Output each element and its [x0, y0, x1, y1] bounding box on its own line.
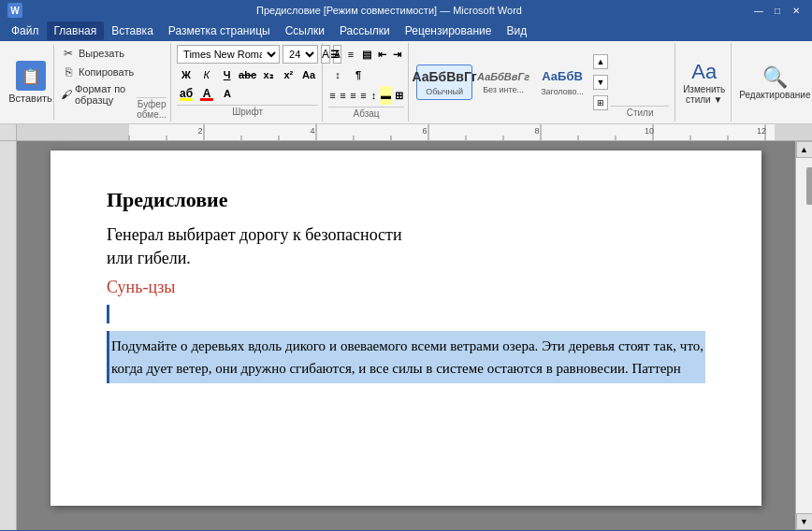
underline-button[interactable]: Ч: [218, 65, 237, 84]
styles-up-button[interactable]: ▲: [593, 54, 608, 69]
align-center-button[interactable]: ≡: [339, 86, 347, 105]
bullets-button[interactable]: ☰: [328, 45, 342, 64]
style-no-spacing[interactable]: АаБбВвГг Без инте...: [475, 66, 531, 98]
font-group-label: Шрифт: [177, 105, 318, 117]
svg-text:12: 12: [757, 126, 766, 136]
menu-insert[interactable]: Вставка: [104, 22, 161, 40]
copy-button[interactable]: ⎘ Копировать: [58, 64, 137, 80]
align-right-button[interactable]: ≡: [349, 86, 357, 105]
highlight-color-bar: [180, 98, 193, 101]
svg-text:6: 6: [422, 126, 427, 136]
menu-home[interactable]: Главная: [47, 22, 105, 40]
paste-label: Вставить: [8, 93, 52, 104]
svg-text:10: 10: [645, 126, 654, 136]
style-normal[interactable]: АаБбВвГг Обычный: [416, 65, 472, 101]
styles-down-button[interactable]: ▼: [593, 75, 608, 90]
minimize-button[interactable]: —: [750, 3, 767, 18]
clear-format-button[interactable]: Аа: [299, 65, 318, 84]
menu-layout[interactable]: Разметка страницы: [161, 22, 278, 40]
borders-button[interactable]: ⊞: [394, 86, 404, 105]
font-name-row: Times New Roman 24 A A: [177, 45, 318, 64]
justify-button[interactable]: ≡: [359, 86, 368, 105]
format-painter-button[interactable]: 🖌 Формат по образцу: [58, 82, 137, 107]
scissors-icon: ✂: [61, 46, 76, 61]
scroll-down-button[interactable]: ▼: [796, 513, 813, 530]
styles-expand-button[interactable]: ⊞: [593, 95, 608, 110]
font-group: Times New Roman 24 A A Ж К Ч abc x₂ x² А…: [173, 43, 323, 122]
ruler-scale: 2 4 6 8 10 12: [17, 124, 812, 140]
style-no-spacing-preview: АаБбВвГг: [477, 70, 529, 84]
styles-group-label: Стили: [611, 106, 669, 118]
highlight-button[interactable]: аб: [177, 84, 196, 103]
title-bar: W Предисловие [Режим совместимости] — Mi…: [0, 0, 812, 21]
change-styles-group[interactable]: Аа Изменитьстили ▼: [677, 43, 732, 122]
line-spacing-button[interactable]: ↕: [370, 86, 378, 105]
multilevel-list-button[interactable]: ▤: [359, 45, 373, 64]
ruler-corner: [0, 124, 17, 141]
font-color-bar: [200, 98, 213, 101]
increase-indent-button[interactable]: ⇥: [390, 45, 404, 64]
close-button[interactable]: ✕: [788, 3, 805, 18]
paragraph-group: ☰ ≡ ▤ ⇤ ⇥ ↕ ¶ ≡ ≡ ≡ ≡ ↕ ▬ ⊞ Абзац: [325, 43, 409, 122]
vertical-ruler: [0, 141, 17, 530]
italic-button[interactable]: К: [197, 65, 216, 84]
cut-button[interactable]: ✂ Вырезать: [58, 45, 137, 62]
copy-icon: ⎘: [61, 65, 76, 79]
style-heading1[interactable]: АаБбВ Заголово...: [534, 65, 590, 99]
font-name-select[interactable]: Times New Roman: [177, 45, 280, 64]
list-row: ☰ ≡ ▤ ⇤ ⇥: [328, 45, 404, 64]
menu-file[interactable]: Файл: [4, 22, 47, 40]
maximize-button[interactable]: □: [769, 3, 786, 18]
styles-scroll[interactable]: ▲ ▼ ⊞: [593, 54, 608, 110]
superscript-button[interactable]: x²: [279, 65, 297, 84]
vertical-scrollbar[interactable]: ▲ ▼: [795, 141, 812, 530]
decrease-indent-button[interactable]: ⇤: [375, 45, 389, 64]
bold-button[interactable]: Ж: [177, 65, 196, 84]
paragraph-group-label: Абзац: [328, 107, 404, 119]
font-size-select[interactable]: 24: [283, 45, 318, 64]
menu-view[interactable]: Вид: [499, 22, 534, 40]
change-styles-icon: Аа: [691, 60, 717, 84]
clipboard-group: 📋 Вставить ✂ Вырезать ⎘ Копировать 🖌 Фор…: [4, 43, 171, 122]
document-author: Сунь-цзы: [107, 278, 705, 297]
align-left-button[interactable]: ≡: [328, 86, 337, 105]
numbering-button[interactable]: ≡: [344, 45, 358, 64]
font-format-row: Ж К Ч abc x₂ x² Аа: [177, 65, 318, 84]
svg-text:4: 4: [310, 126, 314, 136]
ruler-markings: 2 4 6 8 10 12: [17, 124, 812, 140]
paintbrush-icon: 🖌: [61, 87, 72, 102]
style-normal-preview: АаБбВвГг: [412, 68, 476, 87]
ribbon: 📋 Вставить ✂ Вырезать ⎘ Копировать 🖌 Фор…: [0, 41, 812, 124]
window-title: Предисловие [Режим совместимости] — Micr…: [28, 5, 750, 16]
clipboard-sub: ✂ Вырезать ⎘ Копировать 🖌 Формат по обра…: [58, 45, 137, 120]
shading-button[interactable]: ▬: [380, 86, 392, 105]
main-area: Предисловие Генерал выбирает дорогу к бе…: [0, 141, 812, 530]
subscript-button[interactable]: x₂: [259, 65, 278, 84]
scroll-up-button[interactable]: ▲: [796, 141, 813, 158]
strikethrough-button[interactable]: abc: [239, 65, 257, 84]
style-normal-label: Обычный: [426, 87, 463, 96]
menu-mailings[interactable]: Рассылки: [332, 22, 398, 40]
paste-button[interactable]: 📋 Вставить: [7, 45, 54, 120]
show-formatting-button[interactable]: ¶: [349, 65, 368, 84]
sort-row: ↕ ¶: [328, 65, 404, 84]
font-color-button[interactable]: А: [197, 84, 216, 103]
svg-text:8: 8: [534, 126, 539, 136]
ruler: 2 4 6 8 10 12: [0, 124, 812, 141]
text-effects-button[interactable]: А: [218, 84, 237, 103]
editing-icon: 🔍: [762, 65, 788, 90]
change-styles-label: Изменитьстили ▼: [683, 84, 725, 105]
styles-group: АаБбВвГг Обычный АаБбВвГг Без инте... Аа…: [411, 43, 675, 122]
document-area[interactable]: Предисловие Генерал выбирает дорогу к бе…: [17, 141, 795, 530]
text-cursor: [107, 305, 109, 323]
document-subtitle: Генерал выбирает дорогу к безопасностиил…: [107, 223, 705, 270]
paste-icon: 📋: [16, 61, 46, 91]
menu-references[interactable]: Ссылки: [278, 22, 332, 40]
style-no-spacing-label: Без инте...: [483, 85, 524, 94]
ribbon-content: 📋 Вставить ✂ Вырезать ⎘ Копировать 🖌 Фор…: [0, 41, 812, 123]
menu-review[interactable]: Рецензирование: [398, 22, 500, 40]
document-paragraph: Подумайте о деревьях вдоль дикого и овев…: [107, 331, 705, 383]
style-heading1-preview: АаБбВ: [542, 68, 583, 85]
scroll-thumb[interactable]: [806, 167, 813, 205]
sort-button[interactable]: ↕: [328, 65, 347, 84]
